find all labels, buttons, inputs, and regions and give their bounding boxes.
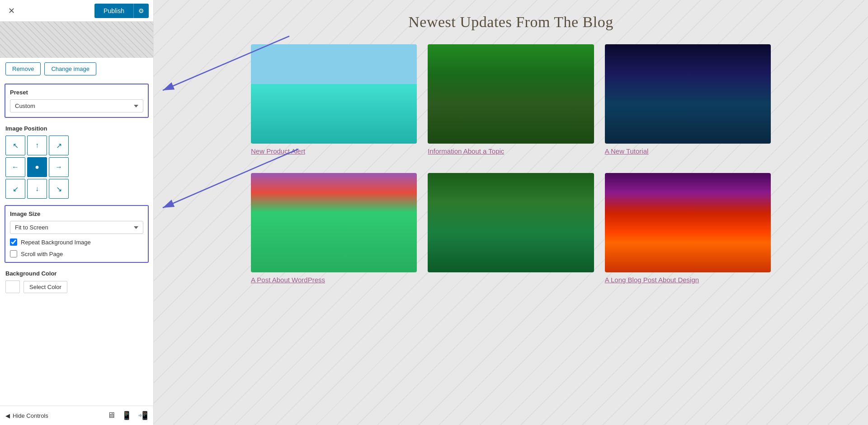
background-color-section: Background Color Select Color <box>0 266 153 299</box>
scroll-with-page-label: Scroll with Page <box>21 251 63 257</box>
image-position-section: Image Position ↖ ↑ ↗ ← ● → ↙ ↓ ↘ <box>0 121 153 201</box>
blog-card-1: New Product Alert <box>251 44 417 155</box>
blog-card-5 <box>428 173 594 284</box>
image-size-section: Image Size Fit to Screen Fill Screen Ori… <box>5 205 149 263</box>
preset-section: Preset Custom Default Fill Screen Fit to… <box>5 84 149 118</box>
blog-grid: New Product Alert Information About a To… <box>251 44 771 284</box>
pos-middle-center[interactable]: ● <box>27 157 47 177</box>
color-swatch[interactable] <box>5 280 20 293</box>
repeat-background-checkbox[interactable] <box>10 238 17 246</box>
panel-scroll: Remove Change image Preset Custom Defaul… <box>0 22 153 406</box>
image-position-label: Image Position <box>5 125 148 132</box>
blog-image-1 <box>251 44 417 144</box>
pos-bottom-right[interactable]: ↘ <box>49 179 69 199</box>
left-panel: ✕ Publish ⚙ Remove Change image Preset C… <box>0 0 154 425</box>
preset-select[interactable]: Custom Default Fill Screen Fit to Screen… <box>10 99 143 112</box>
hide-controls-icon: ◀ <box>5 412 10 419</box>
blog-card-3: A New Tutorial <box>605 44 771 155</box>
blog-image-4 <box>251 173 417 272</box>
top-bar: ✕ Publish ⚙ <box>0 0 153 22</box>
repeat-background-row: Repeat Background Image <box>10 238 143 246</box>
main-content: Newest Updates From The Blog New Product… <box>154 0 868 425</box>
preset-label: Preset <box>10 89 143 96</box>
pos-top-center[interactable]: ↑ <box>27 135 47 155</box>
image-size-select[interactable]: Fit to Screen Fill Screen Original Custo… <box>10 221 143 234</box>
publish-button[interactable]: Publish <box>94 4 133 18</box>
desktop-icon[interactable]: 🖥 <box>107 411 115 420</box>
image-preview <box>0 22 153 58</box>
select-color-button[interactable]: Select Color <box>24 281 67 293</box>
change-image-button[interactable]: Change image <box>44 62 96 75</box>
blog-card-6: A Long Blog Post About Design <box>605 173 771 284</box>
pos-middle-left[interactable]: ← <box>5 157 25 177</box>
blog-link-2[interactable]: Information About a Topic <box>428 147 594 155</box>
pos-middle-right[interactable]: → <box>49 157 69 177</box>
blog-image-2 <box>428 44 594 144</box>
blog-link-6[interactable]: A Long Blog Post About Design <box>605 276 771 284</box>
blog-image-3 <box>605 44 771 144</box>
scroll-with-page-checkbox[interactable] <box>10 250 17 257</box>
blog-card-4: A Post About WordPress <box>251 173 417 284</box>
hide-controls-label: Hide Controls <box>13 412 48 419</box>
mobile-icon[interactable]: 📲 <box>138 411 148 420</box>
publish-area: Publish ⚙ <box>94 4 149 18</box>
pos-top-right[interactable]: ↗ <box>49 135 69 155</box>
pos-top-left[interactable]: ↖ <box>5 135 25 155</box>
blog-link-4[interactable]: A Post About WordPress <box>251 276 417 284</box>
color-picker-row: Select Color <box>5 280 148 293</box>
tablet-icon[interactable]: 📱 <box>122 411 132 420</box>
blog-title: Newest Updates From The Blog <box>172 14 850 31</box>
bottom-bar: ◀ Hide Controls 🖥 📱 📲 <box>0 406 153 425</box>
blog-image-5 <box>428 173 594 272</box>
image-size-label: Image Size <box>10 210 143 217</box>
hide-controls[interactable]: ◀ Hide Controls <box>5 412 48 419</box>
device-icons: 🖥 📱 📲 <box>107 411 148 420</box>
pos-bottom-center[interactable]: ↓ <box>27 179 47 199</box>
remove-image-button[interactable]: Remove <box>5 62 41 75</box>
image-button-row: Remove Change image <box>0 58 153 80</box>
position-grid: ↖ ↑ ↗ ← ● → ↙ ↓ ↘ <box>5 135 148 199</box>
blog-link-1[interactable]: New Product Alert <box>251 147 417 155</box>
pos-bottom-left[interactable]: ↙ <box>5 179 25 199</box>
background-color-label: Background Color <box>5 270 148 277</box>
repeat-background-label: Repeat Background Image <box>21 239 91 246</box>
blog-link-3[interactable]: A New Tutorial <box>605 147 771 155</box>
close-button[interactable]: ✕ <box>5 4 19 18</box>
blog-card-2: Information About a Topic <box>428 44 594 155</box>
blog-image-6 <box>605 173 771 272</box>
publish-gear-button[interactable]: ⚙ <box>133 4 149 18</box>
scroll-with-page-row: Scroll with Page <box>10 250 143 257</box>
